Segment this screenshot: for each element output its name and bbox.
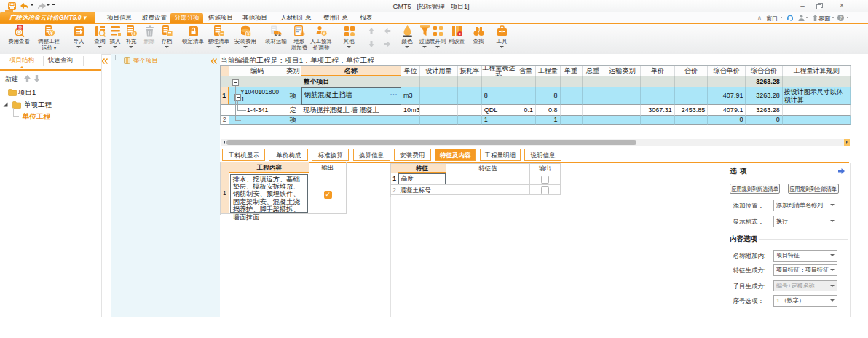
svg-text:?: ? <box>840 15 843 21</box>
svg-text:¥: ¥ <box>247 31 250 36</box>
svg-text:+: + <box>133 31 135 36</box>
svg-text:费: 费 <box>18 25 23 30</box>
svg-text:¥: ¥ <box>323 31 326 36</box>
svg-text:¥: ¥ <box>50 31 53 36</box>
